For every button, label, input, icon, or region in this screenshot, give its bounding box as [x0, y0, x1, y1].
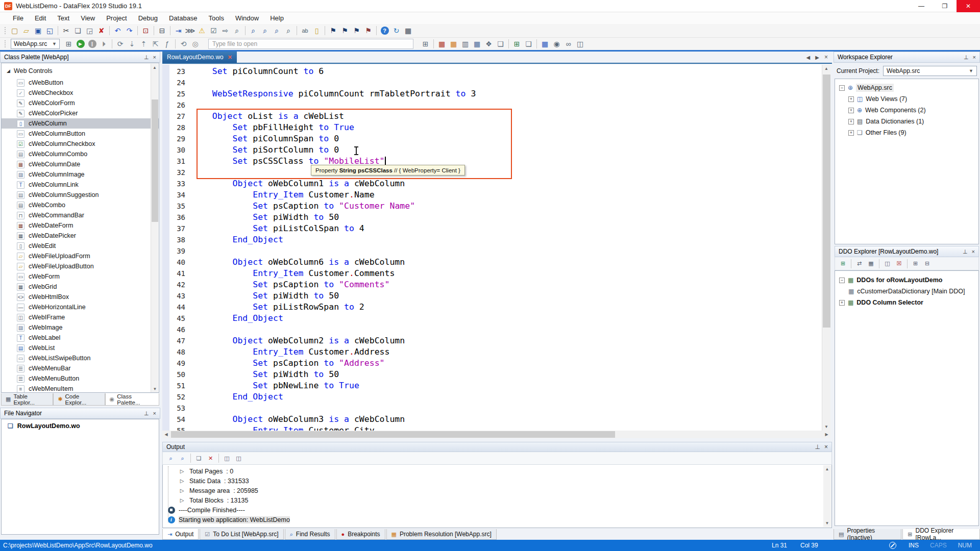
palette-item-cWebFileUploadForm[interactable]: ▱cWebFileUploadForm — [2, 251, 159, 261]
minimize-button[interactable]: — — [910, 0, 933, 12]
document-tab[interactable]: RowLayoutDemo.wo ✕ — [162, 52, 237, 63]
output-entry[interactable]: ----Compile Finished---- — [163, 505, 831, 515]
tab-find-results[interactable]: ⌕Find Results — [285, 529, 335, 540]
expand-icon[interactable]: + — [848, 130, 854, 136]
expand-arrow-icon[interactable]: ▷ — [178, 467, 186, 475]
expand-arrow-icon[interactable]: ▷ — [178, 477, 186, 485]
find-previous-output-icon[interactable]: ⌕ — [165, 453, 177, 464]
scroll-down-icon[interactable]: ▼ — [822, 423, 830, 431]
scroll-tabs-left-icon[interactable]: ◀ — [806, 55, 811, 60]
menu-project[interactable]: Project — [101, 13, 132, 23]
table-export-icon[interactable]: ❏ — [495, 38, 506, 49]
menu-window[interactable]: Window — [230, 13, 264, 23]
table-tools-icon[interactable]: ❖ — [483, 38, 495, 49]
step-button[interactable]: ⏵ — [98, 38, 110, 49]
palette-item-cWebIFrame[interactable]: ◫cWebIFrame — [2, 312, 159, 322]
refresh-icon[interactable]: ↻ — [390, 25, 402, 36]
find-next-icon[interactable]: ⌕ — [259, 25, 271, 36]
palette-item-cWebColumnCombo[interactable]: ▤cWebColumnCombo — [2, 149, 159, 159]
scrollbar-thumb[interactable] — [152, 99, 158, 222]
menu-edit[interactable]: Edit — [29, 13, 52, 23]
run-button[interactable]: ▶ — [75, 38, 86, 49]
close-button[interactable]: ✕ — [957, 0, 980, 12]
expand-icon[interactable]: + — [839, 300, 845, 306]
scroll-up-icon[interactable]: ▲ — [822, 65, 830, 72]
clear-bookmarks-icon[interactable]: ⚑ — [362, 25, 374, 36]
documents-icon[interactable]: ❏ — [523, 38, 534, 49]
change-ddo-icon[interactable]: ⇄ — [853, 258, 865, 269]
palette-item-cWebLabel[interactable]: TcWebLabel — [2, 333, 159, 343]
palette-item-cWebGrid[interactable]: ▦cWebGrid — [2, 282, 159, 292]
close-icon[interactable]: ✕ — [228, 54, 232, 61]
palette-item-cWebColorPicker[interactable]: ✎cWebColorPicker — [2, 108, 159, 118]
output-entry[interactable]: iStarting web application: WebListDemo — [163, 515, 831, 524]
tab-code-explor---[interactable]: ✱Code Explor... — [53, 393, 105, 406]
find-in-files-icon[interactable]: ⌕ — [283, 25, 295, 36]
scrollbar-thumb[interactable] — [823, 74, 830, 328]
table-blue-icon[interactable]: ▦ — [471, 38, 483, 49]
layout-icon[interactable]: ◫ — [574, 38, 586, 49]
output-scrollbar[interactable]: ▲ ▼ — [823, 465, 831, 527]
window-layout-icon[interactable]: ⊞ — [420, 38, 431, 49]
columns-icon[interactable]: ▥ — [459, 38, 471, 49]
find-next-output-icon[interactable]: ⌕ — [177, 453, 188, 464]
scroll-down-icon[interactable]: ▼ — [151, 385, 159, 393]
expand-icon[interactable]: + — [848, 119, 854, 124]
ddo-child-node[interactable]: ▦ cCustomerDataDictionary [Main DDO] — [835, 286, 978, 297]
palette-scrollbar[interactable]: ▲ ▼ — [151, 64, 158, 393]
pin-icon[interactable]: ⊥ — [963, 248, 968, 255]
palette-item-cWebHtmlBox[interactable]: <>cWebHtmlBox — [2, 292, 159, 302]
undo-icon[interactable]: ↶ — [112, 25, 124, 36]
ddo-selector-node[interactable]: + ▦ DDO Column Selector — [835, 297, 978, 308]
table-red-icon[interactable]: ▦ — [436, 38, 448, 49]
workspace-node-data-dictionaries--1-[interactable]: +▤Data Dictionaries (1) — [835, 116, 978, 127]
output-entry[interactable]: ▷Message area : 205985 — [163, 486, 831, 495]
tab-problem-resolution--webapp-src-[interactable]: ▦Problem Resolution [WebApp.src] — [386, 529, 497, 540]
output-entry[interactable]: ▷Total Pages : 0 — [163, 466, 831, 476]
debug-restart-icon[interactable]: ⟳ — [114, 38, 126, 49]
tab-class-palette---[interactable]: ◉Class Palette... — [105, 393, 159, 406]
grid-icon[interactable]: ▦ — [402, 25, 414, 36]
file-open-input[interactable] — [208, 39, 413, 49]
restore-button[interactable]: ❐ — [933, 0, 957, 12]
link-icon[interactable]: ∞ — [562, 38, 574, 49]
menu-file[interactable]: File — [7, 13, 29, 23]
save-icon[interactable]: ▣ — [32, 25, 44, 36]
run-project-icon[interactable]: ⇨ — [219, 25, 231, 36]
cut-icon[interactable]: ✂ — [60, 25, 72, 36]
scroll-down-icon[interactable]: ▼ — [823, 519, 831, 527]
pin-icon[interactable]: ⊥ — [815, 443, 820, 450]
ddo-root-node[interactable]: − ▦ DDOs for oRowLayoutDemo — [835, 274, 978, 286]
palette-item-cWebCombo[interactable]: ▤cWebCombo — [2, 200, 159, 210]
tab-breakpoints[interactable]: ●Breakpoints — [336, 529, 385, 540]
ddo-table-icon[interactable]: ▦ — [865, 258, 877, 269]
print-icon[interactable]: ⊟ — [156, 25, 168, 36]
code-editor[interactable]: 23 Set piColumnCount to 62425 WebSetResp… — [162, 65, 822, 431]
palette-item-cWebCommandBar[interactable]: ⊓cWebCommandBar — [2, 210, 159, 220]
open-data-dictionary-icon[interactable]: ◫ — [881, 258, 893, 269]
expand-arrow-icon[interactable]: ▷ — [178, 487, 186, 494]
undo-all-icon[interactable]: ⟲ — [178, 38, 189, 49]
menu-text[interactable]: Text — [52, 13, 75, 23]
editor-horizontal-scrollbar[interactable]: ◀ ▶ — [162, 431, 830, 438]
collapse-all-icon[interactable]: ⊟ — [921, 258, 933, 269]
palette-item-cWebImage[interactable]: ▨cWebImage — [2, 322, 159, 333]
tab-table-explor---[interactable]: ▦Table Explor... — [1, 393, 53, 406]
scroll-right-icon[interactable]: ▶ — [823, 431, 830, 438]
clear-output-icon[interactable]: ✕ — [205, 453, 216, 464]
palette-item-cWebMenuItem[interactable]: ≡cWebMenuItem — [2, 384, 159, 393]
record-macro-icon[interactable]: ⊡ — [140, 25, 152, 36]
expand-icon[interactable]: + — [848, 96, 854, 102]
copy-structured-icon[interactable]: ◫ — [233, 453, 244, 464]
palette-item-cWebMenuButton[interactable]: ☰cWebMenuButton — [2, 373, 159, 384]
palette-item-cWebColumnSuggestion[interactable]: ▤cWebColumnSuggestion — [2, 190, 159, 200]
collapse-icon[interactable]: − — [839, 278, 845, 283]
tab-ddo-explorer--rowla---[interactable]: ⊞DDO Explorer [RowLa... — [902, 529, 980, 540]
replace-icon[interactable]: ab — [299, 25, 311, 36]
help-icon[interactable]: ? — [379, 25, 390, 36]
delete-icon[interactable]: ✘ — [95, 25, 107, 36]
palette-item-cWebButton[interactable]: ▭cWebButton — [2, 78, 159, 88]
palette-item-cWebColumn[interactable]: ▯cWebColumn — [2, 118, 159, 129]
palette-item-cWebFileUploadButton[interactable]: ▱cWebFileUploadButton — [2, 261, 159, 271]
new-file-icon[interactable]: ▢ — [9, 25, 20, 36]
